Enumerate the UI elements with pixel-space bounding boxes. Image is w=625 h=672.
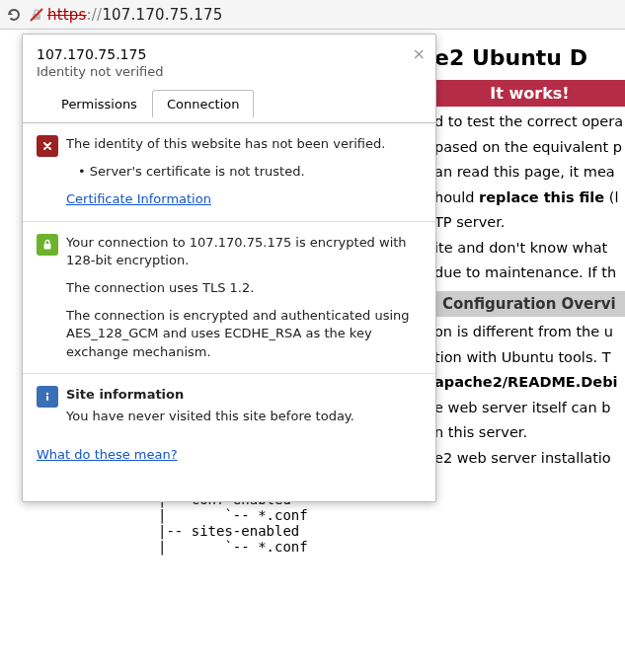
banner-it-works: It works! — [434, 80, 625, 107]
cert-error-icon — [37, 135, 58, 157]
tab-connection[interactable]: Connection — [152, 90, 255, 117]
bg-text: n this server. — [434, 423, 625, 443]
info-icon — [37, 386, 58, 408]
svg-rect-3 — [44, 244, 51, 250]
url-text[interactable]: https://107.170.75.175 — [47, 6, 222, 24]
close-icon[interactable]: × — [413, 44, 426, 63]
bg-text: e web server itself can b — [434, 399, 625, 418]
url-separator: :// — [87, 6, 103, 24]
siteinfo-title: Site information — [66, 386, 422, 404]
svg-point-4 — [46, 392, 48, 394]
identity-bullet: • Server's certificate is not trusted. — [78, 163, 422, 181]
tab-permissions[interactable]: Permissions — [46, 90, 152, 117]
lock-icon — [37, 234, 58, 256]
certificate-info-link[interactable]: Certificate Information — [66, 191, 211, 206]
identity-section: The identity of this website has not bee… — [23, 123, 435, 221]
bg-text: tion with Ubuntu tools. T — [434, 348, 625, 368]
bg-text: pased on the equivalent p — [434, 138, 625, 158]
encryption-line2: The connection uses TLS 1.2. — [66, 279, 422, 297]
bg-text: apache2/README.Debi — [434, 373, 625, 393]
encryption-line3: The connection is encrypted and authenti… — [66, 307, 422, 361]
siteinfo-body: You have never visited this site before … — [66, 408, 422, 425]
what-do-these-mean-link[interactable]: What do these mean? — [37, 447, 178, 462]
bg-text: TP server. — [434, 213, 625, 233]
bg-text: d to test the correct opera — [434, 112, 625, 132]
popup-host: 107.170.75.175 — [37, 46, 422, 62]
banner-config: Configuration Overvi — [434, 291, 625, 317]
popup-subtitle: Identity not verified — [37, 64, 422, 79]
siteinfo-section: Site information You have never visited … — [23, 373, 435, 437]
bg-text: due to maintenance. If th — [434, 263, 625, 283]
svg-rect-5 — [46, 396, 48, 401]
url-host: 107.170.75.175 — [102, 6, 222, 24]
bg-text: e2 web server installatio — [434, 449, 625, 469]
encryption-section: Your connection to 107.170.75.175 is enc… — [23, 221, 435, 373]
bg-text: on is different from the u — [434, 323, 625, 342]
https-warning-icon[interactable] — [28, 6, 45, 24]
reload-icon[interactable] — [4, 5, 24, 25]
bg-text: ite and don't know what — [434, 239, 625, 259]
site-info-popup: 107.170.75.175 Identity not verified × P… — [22, 34, 436, 502]
page-title: e2 Ubuntu D — [434, 45, 625, 70]
url-scheme: https — [47, 6, 87, 24]
encryption-line1: Your connection to 107.170.75.175 is enc… — [66, 234, 422, 269]
bg-text: hould replace this file (l — [434, 188, 625, 208]
address-bar: https://107.170.75.175 — [0, 0, 625, 30]
bg-text: an read this page, it mea — [434, 163, 625, 183]
identity-text: The identity of this website has not bee… — [66, 135, 422, 153]
